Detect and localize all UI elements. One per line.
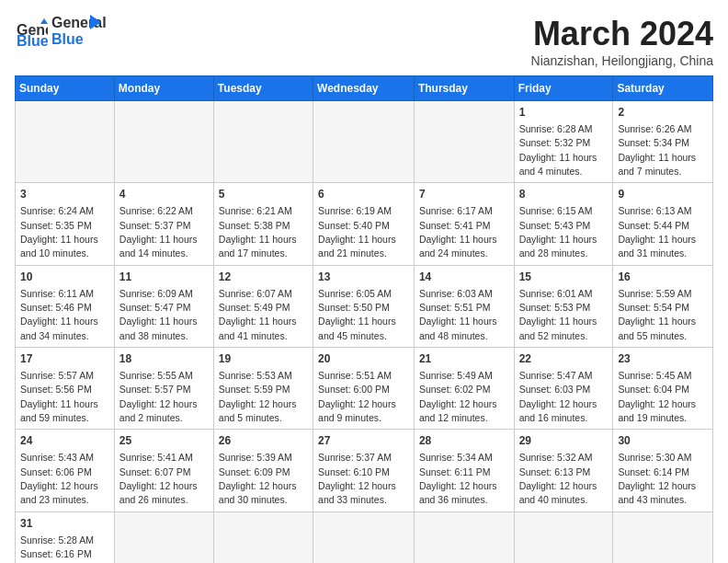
empty-cell: [16, 101, 115, 183]
month-title: March 2024: [531, 15, 713, 53]
day-17: 17 Sunrise: 5:57 AMSunset: 5:56 PMDaylig…: [16, 348, 115, 430]
day-28: 28 Sunrise: 5:34 AMSunset: 6:11 PMDaylig…: [414, 430, 514, 511]
day-19: 19 Sunrise: 5:53 AMSunset: 5:59 PMDaylig…: [213, 348, 313, 430]
day-8: 8 Sunrise: 6:15 AMSunset: 5:43 PMDayligh…: [514, 183, 613, 265]
empty-cell: [213, 101, 313, 183]
day-5: 5 Sunrise: 6:21 AMSunset: 5:38 PMDayligh…: [213, 183, 313, 265]
day-11: 11 Sunrise: 6:09 AMSunset: 5:47 PMDaylig…: [114, 265, 213, 347]
day-3: 3 Sunrise: 6:24 AMSunset: 5:35 PMDayligh…: [16, 183, 115, 265]
empty-cell: [114, 511, 213, 563]
title-block: March 2024 Nianzishan, Heilongjiang, Chi…: [531, 15, 713, 68]
day-21: 21 Sunrise: 5:49 AMSunset: 6:02 PMDaylig…: [414, 348, 514, 430]
day-31: 31 Sunrise: 5:28 AMSunset: 6:16 PMDaylig…: [16, 511, 115, 563]
day-16: 16 Sunrise: 5:59 AMSunset: 5:54 PMDaylig…: [613, 265, 713, 347]
day-18: 18 Sunrise: 5:55 AMSunset: 5:57 PMDaylig…: [114, 348, 213, 430]
logo: General Blue General Blue: [15, 15, 101, 48]
day-1: 1 Sunrise: 6:28 AMSunset: 5:32 PMDayligh…: [514, 101, 613, 183]
empty-cell: [313, 101, 415, 183]
empty-cell: [514, 511, 613, 563]
day-12: 12 Sunrise: 6:07 AMSunset: 5:49 PMDaylig…: [213, 265, 313, 347]
weekday-header-row: Sunday Monday Tuesday Wednesday Thursday…: [16, 76, 713, 101]
empty-cell: [213, 511, 313, 563]
day-20: 20 Sunrise: 5:51 AMSunset: 6:00 PMDaylig…: [313, 348, 415, 430]
header-wednesday: Wednesday: [313, 76, 415, 101]
day-15: 15 Sunrise: 6:01 AMSunset: 5:53 PMDaylig…: [514, 265, 613, 347]
subtitle: Nianzishan, Heilongjiang, China: [531, 53, 713, 68]
header-tuesday: Tuesday: [213, 76, 313, 101]
header-sunday: Sunday: [16, 76, 115, 101]
calendar: Sunday Monday Tuesday Wednesday Thursday…: [15, 75, 713, 563]
empty-cell: [313, 511, 415, 563]
day-13: 13 Sunrise: 6:05 AMSunset: 5:50 PMDaylig…: [313, 265, 415, 347]
header-saturday: Saturday: [613, 76, 713, 101]
week-row-6: 31 Sunrise: 5:28 AMSunset: 6:16 PMDaylig…: [16, 511, 713, 563]
day-9: 9 Sunrise: 6:13 AMSunset: 5:44 PMDayligh…: [613, 183, 713, 265]
week-row-3: 10 Sunrise: 6:11 AMSunset: 5:46 PMDaylig…: [16, 265, 713, 347]
day-30: 30 Sunrise: 5:30 AMSunset: 6:14 PMDaylig…: [613, 430, 713, 511]
header-monday: Monday: [114, 76, 213, 101]
day-7: 7 Sunrise: 6:17 AMSunset: 5:41 PMDayligh…: [414, 183, 514, 265]
svg-marker-3: [90, 15, 101, 29]
empty-cell: [114, 101, 213, 183]
empty-cell: [613, 511, 713, 563]
empty-cell: [414, 511, 514, 563]
day-22: 22 Sunrise: 5:47 AMSunset: 6:03 PMDaylig…: [514, 348, 613, 430]
svg-text:Blue: Blue: [17, 33, 48, 48]
day-14: 14 Sunrise: 6:03 AMSunset: 5:51 PMDaylig…: [414, 265, 514, 347]
header-thursday: Thursday: [414, 76, 514, 101]
day-25: 25 Sunrise: 5:41 AMSunset: 6:07 PMDaylig…: [114, 430, 213, 511]
svg-marker-2: [40, 18, 48, 24]
day-6: 6 Sunrise: 6:19 AMSunset: 5:40 PMDayligh…: [313, 183, 415, 265]
week-row-2: 3 Sunrise: 6:24 AMSunset: 5:35 PMDayligh…: [16, 183, 713, 265]
empty-cell: [414, 101, 514, 183]
week-row-1: 1 Sunrise: 6:28 AMSunset: 5:32 PMDayligh…: [16, 101, 713, 183]
day-23: 23 Sunrise: 5:45 AMSunset: 6:04 PMDaylig…: [613, 348, 713, 430]
day-4: 4 Sunrise: 6:22 AMSunset: 5:37 PMDayligh…: [114, 183, 213, 265]
day-26: 26 Sunrise: 5:39 AMSunset: 6:09 PMDaylig…: [213, 430, 313, 511]
day-27: 27 Sunrise: 5:37 AMSunset: 6:10 PMDaylig…: [313, 430, 415, 511]
day-2: 2 Sunrise: 6:26 AMSunset: 5:34 PMDayligh…: [613, 101, 713, 183]
day-29: 29 Sunrise: 5:32 AMSunset: 6:13 PMDaylig…: [514, 430, 613, 511]
header-friday: Friday: [514, 76, 613, 101]
day-24: 24 Sunrise: 5:43 AMSunset: 6:06 PMDaylig…: [16, 430, 115, 511]
header-section: General Blue General Blue March 2024 Nia…: [15, 15, 713, 68]
week-row-5: 24 Sunrise: 5:43 AMSunset: 6:06 PMDaylig…: [16, 430, 713, 511]
day-10: 10 Sunrise: 6:11 AMSunset: 5:46 PMDaylig…: [16, 265, 115, 347]
week-row-4: 17 Sunrise: 5:57 AMSunset: 5:56 PMDaylig…: [16, 348, 713, 430]
